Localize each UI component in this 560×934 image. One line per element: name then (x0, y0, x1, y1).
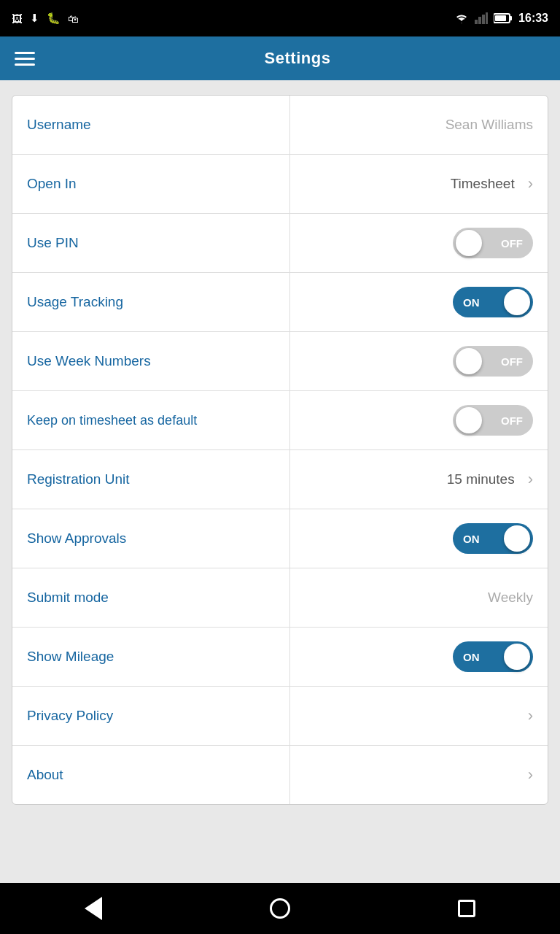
label-about: About (12, 755, 289, 795)
toggle-show-approvals-label: ON (463, 533, 480, 545)
value-use-week-numbers[interactable]: OFF (289, 332, 548, 390)
value-registration-unit[interactable]: 15 minutes › (289, 450, 548, 509)
bug-icon: 🐛 (47, 12, 61, 25)
about-chevron-icon: › (528, 765, 533, 784)
top-bar: Settings (0, 36, 560, 80)
setting-row-open-in[interactable]: Open In Timesheet › (12, 155, 548, 214)
toggle-use-pin-knob (456, 230, 482, 256)
label-submit-mode: Submit mode (12, 578, 289, 617)
setting-row-submit-mode: Submit mode Weekly (12, 568, 548, 628)
nav-recent-button[interactable] (445, 887, 489, 930)
toggle-usage-tracking-knob (504, 289, 530, 315)
value-username: Sean Williams (289, 96, 548, 154)
toggle-show-mileage-label: ON (463, 651, 480, 663)
page-title: Settings (50, 49, 545, 68)
status-bar-right: 16:33 (454, 12, 548, 25)
status-bar: 🖼 ⬇ 🐛 🛍 16:33 (0, 0, 560, 36)
image-icon: 🖼 (12, 12, 23, 25)
toggle-use-pin[interactable]: OFF (453, 228, 533, 258)
home-icon (270, 898, 290, 919)
settings-card: Username Sean Williams Open In Timesheet… (12, 95, 548, 805)
label-privacy-policy: Privacy Policy (12, 696, 289, 736)
value-show-mileage[interactable]: ON (289, 628, 548, 686)
bottom-nav (0, 883, 560, 934)
hamburger-line-2 (15, 58, 35, 60)
setting-row-registration-unit[interactable]: Registration Unit 15 minutes › (12, 450, 548, 509)
username-text: Sean Williams (446, 117, 533, 133)
back-icon (85, 897, 102, 920)
svg-rect-2 (482, 15, 485, 24)
hamburger-menu[interactable] (15, 52, 35, 66)
submit-mode-text: Weekly (488, 590, 533, 606)
label-use-week-numbers: Use Week Numbers (12, 341, 289, 381)
toggle-use-week-numbers-knob (456, 348, 482, 374)
label-registration-unit: Registration Unit (12, 460, 289, 499)
toggle-keep-timesheet[interactable]: OFF (453, 405, 533, 436)
value-usage-tracking[interactable]: ON (289, 273, 548, 331)
setting-row-username: Username Sean Williams (12, 96, 548, 155)
setting-row-about[interactable]: About › (12, 746, 548, 804)
label-keep-timesheet: Keep on timesheet as default (12, 401, 289, 440)
main-content: Username Sean Williams Open In Timesheet… (0, 80, 560, 883)
value-show-approvals[interactable]: ON (289, 509, 548, 568)
label-use-pin: Use PIN (12, 223, 289, 263)
svg-rect-1 (478, 17, 481, 24)
setting-row-usage-tracking: Usage Tracking ON (12, 273, 548, 332)
open-in-chevron-icon: › (528, 174, 533, 193)
toggle-use-pin-label: OFF (501, 237, 523, 250)
registration-unit-chevron-icon: › (528, 470, 533, 489)
toggle-use-week-numbers-label: OFF (501, 355, 523, 368)
toggle-show-approvals[interactable]: ON (453, 523, 533, 554)
time-display: 16:33 (518, 12, 548, 25)
toggle-use-week-numbers[interactable]: OFF (453, 346, 533, 377)
value-about[interactable]: › (289, 746, 548, 804)
nav-home-button[interactable] (258, 887, 302, 930)
label-open-in: Open In (12, 164, 289, 204)
label-username: Username (12, 105, 289, 144)
toggle-usage-tracking-label: ON (463, 296, 480, 309)
value-submit-mode: Weekly (289, 568, 548, 627)
recent-icon (458, 900, 475, 917)
battery-icon (494, 13, 513, 23)
setting-row-use-week-numbers: Use Week Numbers OFF (12, 332, 548, 391)
value-privacy-policy[interactable]: › (289, 687, 548, 745)
privacy-policy-chevron-icon: › (528, 706, 533, 725)
open-in-text: Timesheet (451, 176, 515, 192)
toggle-show-approvals-knob (504, 525, 530, 552)
svg-rect-0 (475, 20, 478, 24)
setting-row-keep-timesheet: Keep on timesheet as default OFF (12, 391, 548, 450)
nav-back-button[interactable] (71, 887, 115, 930)
hamburger-line-1 (15, 52, 35, 54)
toggle-show-mileage[interactable]: ON (453, 641, 533, 672)
registration-unit-text: 15 minutes (447, 471, 515, 487)
svg-rect-3 (486, 12, 488, 24)
label-show-approvals: Show Approvals (12, 519, 289, 558)
label-usage-tracking: Usage Tracking (12, 282, 289, 322)
setting-row-use-pin: Use PIN OFF (12, 214, 548, 273)
wifi-icon (454, 12, 469, 24)
bag-icon: 🛍 (68, 12, 79, 25)
hamburger-line-3 (15, 63, 35, 66)
svg-rect-5 (510, 16, 512, 20)
setting-row-show-approvals: Show Approvals ON (12, 509, 548, 568)
status-bar-icons: 🖼 ⬇ 🐛 🛍 (12, 12, 79, 25)
toggle-keep-timesheet-knob (456, 407, 482, 433)
value-keep-timesheet[interactable]: OFF (289, 391, 548, 449)
toggle-keep-timesheet-label: OFF (501, 414, 523, 427)
svg-rect-6 (495, 15, 506, 21)
value-open-in[interactable]: Timesheet › (289, 155, 548, 213)
toggle-usage-tracking[interactable]: ON (453, 287, 533, 317)
download-icon: ⬇ (30, 12, 39, 25)
setting-row-show-mileage: Show Mileage ON (12, 628, 548, 687)
setting-row-privacy-policy[interactable]: Privacy Policy › (12, 687, 548, 746)
label-show-mileage: Show Mileage (12, 637, 289, 676)
toggle-show-mileage-knob (504, 644, 530, 670)
signal-icon (475, 12, 488, 24)
value-use-pin[interactable]: OFF (289, 214, 548, 272)
